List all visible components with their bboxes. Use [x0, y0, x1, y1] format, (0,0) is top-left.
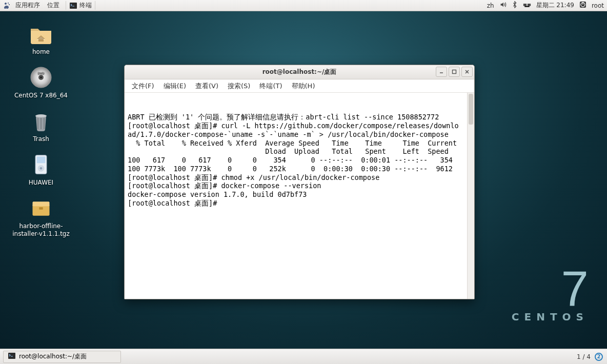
desktop-icon-harbor[interactable]: harbor-offline-installer-v1.1.1.tgz — [10, 196, 72, 238]
top-task-terminal[interactable]: 终端 — [66, 1, 95, 10]
icon-label: Trash — [33, 135, 49, 143]
svg-rect-2 — [527, 4, 530, 6]
applications-menu[interactable]: 应用程序 — [12, 1, 43, 10]
bottom-panel: root@localhost:~/桌面 1 / 4 2 — [0, 349, 607, 364]
svg-text:DVD: DVD — [37, 71, 45, 75]
svg-rect-18 — [39, 207, 43, 210]
svg-point-15 — [40, 167, 43, 170]
desktop-icon-trash[interactable]: Trash — [10, 109, 72, 143]
terminal-window: root@localhost:~/桌面 文件(F) 编辑(E) 查看(V) 搜索… — [124, 65, 475, 299]
top-panel: 应用程序 位置 终端 zh 星期二 21:49 root — [0, 0, 607, 11]
scrollbar[interactable] — [467, 93, 474, 299]
terminal-icon — [69, 2, 77, 10]
menubar: 文件(F) 编辑(E) 查看(V) 搜索(S) 终端(T) 帮助(H) — [125, 79, 474, 93]
close-button[interactable] — [461, 67, 473, 77]
menu-terminal[interactable]: 终端(T) — [255, 80, 286, 92]
trash-icon — [29, 109, 53, 133]
network-icon[interactable] — [523, 1, 531, 10]
svg-rect-21 — [8, 353, 15, 359]
titlebar[interactable]: root@localhost:~/桌面 — [125, 65, 474, 79]
menu-help[interactable]: 帮助(H) — [288, 80, 319, 92]
centos-brand: 7 CENTOS — [512, 269, 589, 323]
archive-icon — [29, 196, 53, 220]
volume-icon[interactable] — [499, 1, 507, 10]
media-player-icon — [29, 152, 53, 177]
desktop-icon-home[interactable]: home — [10, 22, 72, 56]
icon-label: harbor-offline-installer-v1.1.1.tgz — [10, 223, 72, 238]
terminal-body[interactable]: ABRT 已检测到 '1' 个问题。预了解详细信息请执行：abrt-cli li… — [125, 93, 474, 299]
window-title: root@localhost:~/桌面 — [262, 68, 337, 76]
workspace-indicator[interactable]: 1 / 4 — [577, 353, 591, 360]
desktop-icons: home DVD CentOS 7 x86_64 Trash HUAWEI ha… — [10, 22, 72, 238]
user-menu[interactable]: root — [592, 2, 604, 9]
terminal-icon — [8, 352, 16, 361]
svg-rect-17 — [33, 201, 50, 206]
icon-label: HUAWEI — [29, 179, 53, 187]
taskbar-label: root@localhost:~/桌面 — [19, 352, 87, 361]
bluetooth-icon[interactable] — [512, 1, 518, 10]
menu-file[interactable]: 文件(F) — [128, 80, 158, 92]
scrollbar-thumb[interactable] — [469, 94, 473, 125]
optical-disc-icon: DVD — [29, 65, 53, 90]
icon-label: home — [32, 48, 50, 56]
svg-rect-20 — [453, 70, 456, 74]
workspace-switcher-icon[interactable]: 2 — [595, 353, 603, 361]
svg-point-9 — [40, 76, 42, 78]
ime-indicator[interactable]: zh — [487, 2, 494, 9]
taskbar-terminal[interactable]: root@localhost:~/桌面 — [3, 351, 121, 363]
brand-name: CENTOS — [512, 311, 589, 323]
poweroff-icon[interactable] — [579, 1, 586, 10]
menu-search[interactable]: 搜索(S) — [224, 80, 254, 92]
svg-rect-13 — [37, 156, 46, 163]
top-task-label: 终端 — [79, 1, 92, 10]
places-menu[interactable]: 位置 — [44, 1, 63, 10]
terminal-output: ABRT 已检测到 '1' 个问题。预了解详细信息请执行：abrt-cli li… — [127, 113, 470, 207]
desktop-icon-huawei[interactable]: HUAWEI — [10, 152, 72, 187]
svg-rect-0 — [70, 3, 77, 9]
desktop: 7 CENTOS home DVD CentOS 7 x86_64 Trash — [0, 11, 607, 349]
clock[interactable]: 星期二 21:49 — [536, 1, 574, 10]
icon-label: CentOS 7 x86_64 — [14, 92, 68, 99]
menu-view[interactable]: 查看(V) — [191, 80, 222, 92]
minimize-button[interactable] — [436, 67, 447, 77]
maximize-button[interactable] — [449, 67, 460, 77]
svg-point-11 — [35, 114, 47, 117]
gnome-foot-icon — [3, 2, 11, 10]
svg-rect-1 — [523, 4, 526, 6]
desktop-icon-cd[interactable]: DVD CentOS 7 x86_64 — [10, 65, 72, 99]
folder-home-icon — [29, 22, 53, 46]
brand-seven: 7 — [512, 269, 589, 309]
menu-edit[interactable]: 编辑(E) — [159, 80, 190, 92]
